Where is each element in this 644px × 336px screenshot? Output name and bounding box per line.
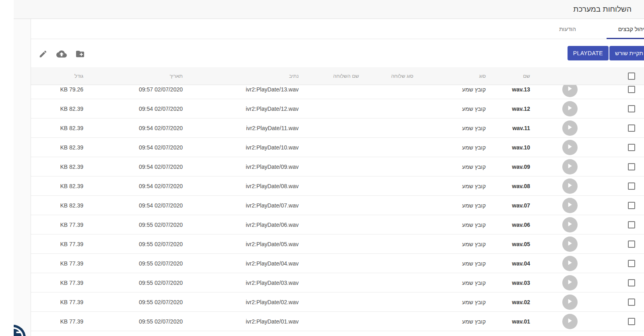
new-folder-button[interactable] [62, 50, 71, 59]
row-checkbox[interactable] [614, 221, 621, 228]
header-select-cell [592, 67, 644, 85]
cell-size: KB 82.39 [17, 144, 74, 151]
play-icon [553, 201, 560, 210]
cell-name: wav.09 [476, 164, 520, 170]
row-checkbox[interactable] [614, 279, 621, 286]
play-button[interactable] [549, 120, 564, 136]
row-checkbox[interactable] [614, 260, 621, 267]
play-button[interactable] [549, 198, 564, 213]
tab-file-management[interactable]: ניהול קבצים [593, 19, 644, 39]
cell-date: 09:55 02/07/2020 [74, 280, 173, 286]
row-select-cell [592, 312, 644, 331]
play-icon [553, 104, 560, 113]
row-checkbox[interactable] [614, 105, 621, 112]
play-button[interactable] [549, 217, 564, 232]
cell-name: wav.07 [476, 202, 520, 209]
play-icon [553, 143, 560, 152]
toolbar-icons [25, 47, 71, 59]
tab-bar: ניהול קבצים הודעות [17, 19, 644, 39]
row-play-cell [520, 176, 592, 195]
play-button[interactable] [549, 236, 564, 252]
cell-type: קובץ שמע [404, 125, 476, 131]
root-folder-button[interactable]: תקיית שורש [596, 46, 635, 60]
cell-date: 09:57 02/07/2020 [74, 86, 173, 93]
play-icon [553, 220, 560, 229]
cell-name: wav.04 [476, 260, 520, 267]
cell-type: קובץ שמע [404, 260, 476, 267]
row-checkbox[interactable] [614, 241, 621, 248]
header-extension-name: שם השלוחה [289, 73, 349, 79]
play-icon [553, 317, 560, 326]
row-play-cell [520, 196, 592, 215]
cell-type: קובץ שמע [404, 144, 476, 151]
cell-name: wav.06 [476, 222, 520, 228]
play-button[interactable] [549, 295, 564, 310]
row-select-cell [592, 273, 644, 292]
play-button[interactable] [549, 101, 564, 116]
edit-button[interactable] [25, 50, 34, 59]
table-row: wav.03 קובץ שמע ivr2:PlayDate/03.wav 09:… [17, 273, 644, 292]
table-row: wav.05 קובץ שמע ivr2:PlayDate/05.wav 09:… [17, 234, 644, 254]
cell-type: קובץ שמע [404, 222, 476, 228]
play-button[interactable] [549, 314, 564, 329]
scrollbar-track[interactable] [0, 19, 17, 336]
cell-size: KB 79.26 [17, 86, 74, 93]
row-checkbox[interactable] [614, 124, 621, 132]
row-checkbox[interactable] [614, 144, 621, 151]
play-button[interactable] [549, 178, 564, 194]
table-row: wav.06 קובץ שמע ivr2:PlayDate/06.wav 09:… [17, 215, 644, 234]
row-checkbox[interactable] [614, 86, 621, 93]
cell-date: 09:55 02/07/2020 [74, 318, 173, 325]
row-checkbox[interactable] [614, 299, 621, 306]
tab-file-management-label: ניהול קבצים [605, 26, 633, 32]
row-checkbox[interactable] [614, 202, 621, 209]
cell-size: KB 77.39 [17, 222, 74, 228]
tab-messages[interactable]: הודעות [528, 19, 580, 39]
cell-type: קובץ שמע [404, 164, 476, 170]
play-button[interactable] [549, 275, 564, 290]
cell-date: 09:54 02/07/2020 [74, 202, 173, 209]
play-button[interactable] [549, 159, 564, 174]
row-select-cell [592, 99, 644, 118]
page-header: השלוחות במערכת [0, 0, 644, 19]
table-row: wav.09 קובץ שמע ivr2:PlayDate/09.wav 09:… [17, 157, 644, 176]
cell-size: KB 82.39 [17, 125, 74, 131]
play-icon [553, 85, 560, 94]
table-row: wav.08 קובץ שמע ivr2:PlayDate/08.wav 09:… [17, 176, 644, 196]
cell-date: 09:55 02/07/2020 [74, 260, 173, 267]
cell-date: 09:54 02/07/2020 [74, 125, 173, 131]
cell-size: KB 82.39 [17, 106, 74, 112]
cell-date: 09:54 02/07/2020 [74, 144, 173, 151]
toolbar: תקיית שורש PLAYDATE [17, 39, 644, 67]
play-icon [553, 278, 560, 287]
row-select-cell [592, 215, 644, 234]
play-button[interactable] [549, 140, 564, 155]
cell-name: wav.11 [476, 125, 520, 131]
row-checkbox[interactable] [614, 318, 621, 325]
row-checkbox[interactable] [614, 183, 621, 190]
cell-size: KB 77.39 [17, 260, 74, 267]
play-button[interactable] [549, 256, 564, 271]
row-play-cell [520, 99, 592, 118]
files-table: שם סוג סוג שלוחה שם השלוחה נתיב תאריך גו… [17, 67, 644, 331]
cell-path: ivr2:PlayDate/05.wav [173, 241, 289, 247]
row-select-cell [592, 138, 644, 157]
row-select-cell [592, 234, 644, 253]
cell-size: KB 77.39 [17, 280, 74, 286]
table-header-row: שם סוג סוג שלוחה שם השלוחה נתיב תאריך גו… [17, 67, 644, 85]
cell-date: 09:54 02/07/2020 [74, 164, 173, 170]
row-checkbox[interactable] [614, 163, 621, 170]
play-icon [553, 239, 560, 249]
cell-name: wav.05 [476, 241, 520, 247]
playdate-button[interactable]: PLAYDATE [554, 46, 595, 60]
select-all-checkbox[interactable] [614, 73, 621, 80]
cell-name: wav.01 [476, 318, 520, 325]
row-select-cell [592, 157, 644, 176]
upload-button[interactable] [43, 50, 53, 59]
cell-path: ivr2:PlayDate/06.wav [173, 222, 289, 228]
cell-type: קובץ שמע [404, 202, 476, 209]
cell-name: wav.10 [476, 144, 520, 151]
header-path: נתיב [173, 73, 289, 79]
cell-name: wav.13 [476, 86, 520, 93]
cell-size: KB 82.39 [17, 202, 74, 209]
